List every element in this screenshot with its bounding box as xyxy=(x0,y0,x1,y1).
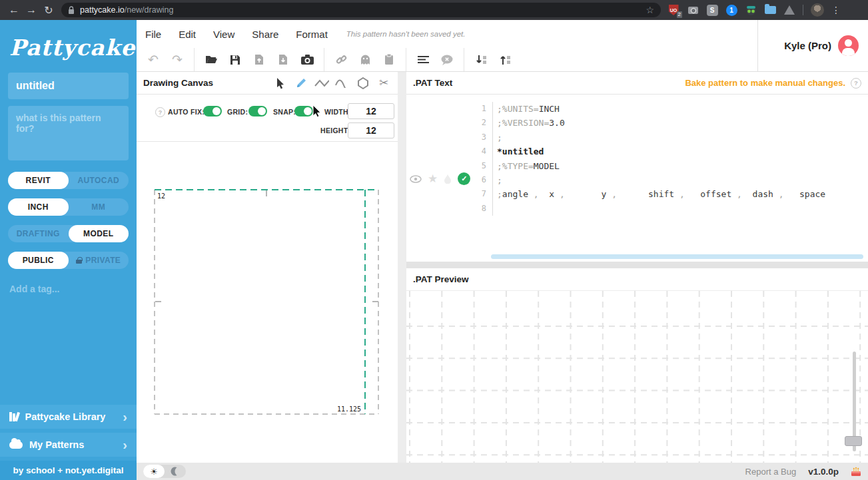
pencil-tool[interactable] xyxy=(294,76,308,91)
format-group xyxy=(406,48,464,71)
report-bug-link[interactable]: Report a Bug xyxy=(745,467,797,477)
pat-text-section: .PAT Text Bake pattern to make manual ch… xyxy=(406,72,868,262)
share-group xyxy=(324,48,406,71)
menu-edit[interactable]: Edit xyxy=(179,29,196,40)
units-mm-option[interactable]: MM xyxy=(69,198,129,216)
pat-code-editor[interactable]: 1;%UNITS=INCH2;%VERSION=3.03;4*untitled5… xyxy=(406,95,868,254)
url-host: pattycake.io xyxy=(80,5,125,15)
grid-label: GRID: xyxy=(227,108,248,116)
bake-help-icon[interactable]: ? xyxy=(851,78,861,89)
light-theme-option[interactable]: ☀ xyxy=(143,465,165,478)
link-icon[interactable] xyxy=(334,53,348,67)
valid-check-icon[interactable]: ✓ xyxy=(458,172,470,185)
cloud-icon xyxy=(9,441,23,449)
chrome-menu-icon[interactable]: ⋮ xyxy=(831,5,841,15)
sort-descending-icon[interactable] xyxy=(474,53,488,67)
type-model-option[interactable]: MODEL xyxy=(69,225,129,242)
browser-profile-avatar[interactable] xyxy=(811,3,824,17)
grid-toggle[interactable] xyxy=(248,106,267,117)
redo-icon[interactable]: ↷ xyxy=(171,53,184,67)
pattern-description-input[interactable] xyxy=(8,106,129,160)
pat-text-hscrollbar[interactable] xyxy=(491,254,863,259)
birthday-cake-icon xyxy=(851,467,861,477)
bake-pattern-link[interactable]: Bake pattern to make manual changes. xyxy=(685,78,845,88)
type-toggle: DRAFTING MODEL xyxy=(8,225,129,242)
format-autocad-option[interactable]: AUTOCAD xyxy=(69,172,129,189)
pattern-name-input[interactable] xyxy=(8,73,129,99)
width-input[interactable] xyxy=(348,103,394,119)
account-button[interactable]: Kyle (Pro) xyxy=(757,20,868,72)
save-icon[interactable] xyxy=(228,53,242,67)
file-upload-icon[interactable] xyxy=(252,53,266,67)
app-logo[interactable]: Pattycake xyxy=(0,20,137,73)
pat-text-title: .PAT Text xyxy=(413,78,452,88)
pat-panel: .PAT Text Bake pattern to make manual ch… xyxy=(406,72,868,463)
ublock-extension-icon[interactable]: UO 2 xyxy=(667,4,679,16)
snapshot-camera-icon[interactable] xyxy=(300,53,314,67)
drawing-canvas-surface[interactable]: 12 11.125 xyxy=(137,141,398,463)
menu-view[interactable]: View xyxy=(213,29,234,40)
polyline-tool[interactable] xyxy=(314,76,329,91)
curve-tool[interactable] xyxy=(335,76,350,91)
chevron-right-icon: › xyxy=(123,409,127,425)
line-content xyxy=(493,202,497,216)
code-line: 7;angle , x , y , shift , offset , dash … xyxy=(406,187,868,201)
menu-share[interactable]: Share xyxy=(252,29,278,40)
height-input[interactable] xyxy=(348,122,394,138)
line-content: ; xyxy=(493,130,502,144)
folder-extension-icon[interactable] xyxy=(764,4,776,16)
dark-theme-option[interactable] xyxy=(165,465,186,478)
unsaved-status-note: This pattern hasn't been saved yet. xyxy=(346,30,466,38)
line-number: 5 xyxy=(406,159,493,173)
gdrive-extension-icon[interactable] xyxy=(783,4,795,16)
skype-extension-icon[interactable]: S xyxy=(706,4,718,16)
credits-link[interactable]: by school + not.yet.digital xyxy=(0,461,137,480)
undo-icon[interactable]: ↶ xyxy=(147,53,160,67)
snap-toggle[interactable] xyxy=(294,106,313,117)
menu-file[interactable]: File xyxy=(145,29,161,40)
add-tag-input[interactable] xyxy=(8,283,129,295)
visibility-public-option[interactable]: PUBLIC xyxy=(8,252,69,269)
ink-droplet-icon[interactable] xyxy=(444,174,452,184)
pat-preview-header: .PAT Preview xyxy=(406,268,868,291)
help-icon[interactable]: ? xyxy=(155,107,165,117)
screenshot-extension-icon[interactable] xyxy=(687,4,699,16)
comment-dismiss-icon[interactable] xyxy=(440,53,454,67)
width-label: WIDTH: xyxy=(324,108,351,116)
workspace: Drawing Canvas xyxy=(137,72,868,463)
back-arrow-icon[interactable]: ← xyxy=(5,4,23,16)
favorite-star-icon[interactable]: ★ xyxy=(428,172,438,186)
onepassword-extension-icon[interactable]: 1 xyxy=(725,4,737,16)
character-extension-icon[interactable] xyxy=(745,4,757,16)
url-bar[interactable]: pattycake.io/new/drawing ☆ xyxy=(61,3,661,17)
units-inch-option[interactable]: INCH xyxy=(8,198,69,216)
open-folder-icon[interactable] xyxy=(205,53,218,67)
visibility-eye-icon[interactable] xyxy=(410,175,422,183)
polygon-tool[interactable] xyxy=(356,76,370,91)
format-revit-option[interactable]: REVIT xyxy=(8,172,69,189)
scissors-tool[interactable]: ✂ xyxy=(376,76,391,91)
menu-format[interactable]: Format xyxy=(296,29,328,40)
my-patterns-link[interactable]: My Patterns › xyxy=(0,433,137,457)
refresh-icon[interactable]: ↻ xyxy=(40,4,57,17)
canvas-tile-bounds xyxy=(137,141,398,463)
line-number: 4 xyxy=(406,144,493,158)
select-cursor-tool[interactable] xyxy=(273,76,288,91)
align-lines-icon[interactable] xyxy=(416,53,430,67)
type-drafting-option[interactable]: DRAFTING xyxy=(8,225,69,242)
cursor-position-label: 11.125 xyxy=(337,405,361,413)
bookmark-star-icon[interactable]: ☆ xyxy=(646,5,654,15)
pattycake-library-link[interactable]: Pattycake Library › xyxy=(0,405,137,429)
toolbar: ↶ ↷ xyxy=(137,48,757,72)
auto-fix-toggle[interactable] xyxy=(203,106,222,117)
file-download-icon[interactable] xyxy=(276,53,290,67)
code-line: 3; xyxy=(406,130,868,144)
ghost-icon[interactable] xyxy=(358,53,372,67)
main-area: File Edit View Share Format This pattern… xyxy=(137,20,868,480)
forward-arrow-icon[interactable]: → xyxy=(23,4,40,16)
preview-zoom-slider-handle[interactable] xyxy=(845,436,862,446)
visibility-private-option[interactable]: PRIVATE xyxy=(69,252,129,269)
sort-ascending-icon[interactable] xyxy=(498,53,512,67)
sidebar: Pattycake REVIT AUTOCAD INCH MM DRAFTING… xyxy=(0,20,137,480)
clipboard-icon[interactable] xyxy=(382,53,396,67)
